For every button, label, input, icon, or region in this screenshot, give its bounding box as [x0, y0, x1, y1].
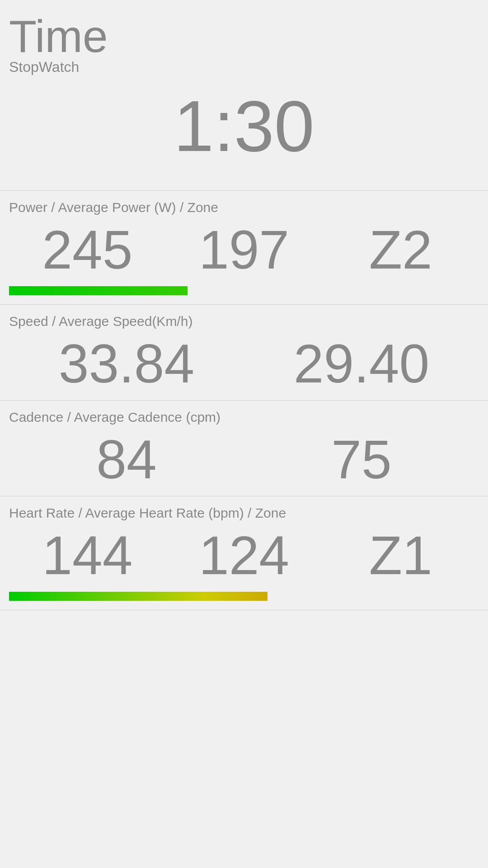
power-average: 197: [166, 220, 323, 279]
power-progress-container: [9, 286, 479, 295]
app-title: Time: [9, 14, 479, 59]
cadence-average-value: 75: [244, 429, 479, 489]
heart-rate-progress-container: [9, 592, 479, 601]
speed-current-value: 33.84: [9, 334, 244, 393]
speed-section: Speed / Average Speed(Km/h) 33.84 29.40: [0, 305, 488, 401]
power-zone: Z2: [322, 220, 479, 279]
title-section: Time StopWatch 1:30: [0, 0, 488, 191]
speed-average-value: 29.40: [244, 334, 479, 393]
heart-rate-current: 144: [9, 525, 166, 585]
heart-rate-zone-value: Z1: [322, 525, 479, 585]
speed-values: 33.84 29.40: [9, 334, 479, 400]
heart-rate-label: Heart Rate / Average Heart Rate (bpm) / …: [9, 505, 479, 521]
heart-rate-section: Heart Rate / Average Heart Rate (bpm) / …: [0, 496, 488, 610]
heart-rate-average: 124: [166, 525, 323, 585]
cadence-current-value: 84: [9, 429, 244, 489]
power-current: 245: [9, 220, 166, 279]
cadence-current: 84: [9, 429, 244, 489]
cadence-label: Cadence / Average Cadence (cpm): [9, 410, 479, 425]
power-section: Power / Average Power (W) / Zone 245 197…: [0, 191, 488, 305]
heart-rate-values: 144 124 Z1: [9, 525, 479, 592]
cadence-average: 75: [244, 429, 479, 489]
power-average-value: 197: [166, 220, 323, 279]
speed-label: Speed / Average Speed(Km/h): [9, 314, 479, 329]
speed-current: 33.84: [9, 334, 244, 393]
cadence-section: Cadence / Average Cadence (cpm) 84 75: [0, 401, 488, 496]
power-zone-value: Z2: [322, 220, 479, 279]
speed-average: 29.40: [244, 334, 479, 393]
bottom-spacer: [0, 610, 488, 746]
power-label: Power / Average Power (W) / Zone: [9, 200, 479, 215]
heart-rate-progress-bar: [9, 592, 267, 601]
power-values: 245 197 Z2: [9, 220, 479, 286]
heart-rate-average-value: 124: [166, 525, 323, 585]
stopwatch-time: 1:30: [9, 75, 479, 181]
heart-rate-current-value: 144: [9, 525, 166, 585]
cadence-values: 84 75: [9, 429, 479, 496]
power-progress-bar: [9, 286, 188, 295]
power-current-value: 245: [9, 220, 166, 279]
heart-rate-zone: Z1: [322, 525, 479, 585]
